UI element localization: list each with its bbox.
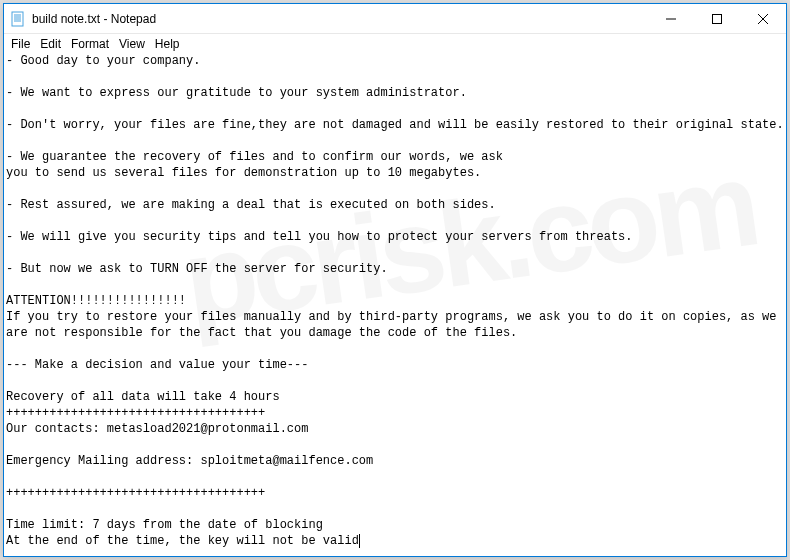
titlebar: build note.txt - Notepad [4,4,786,34]
menu-edit[interactable]: Edit [35,36,66,52]
notepad-window: build note.txt - Notepad File Edit Forma… [3,3,787,557]
text-caret [359,534,360,548]
menubar: File Edit Format View Help [4,34,786,53]
window-title: build note.txt - Notepad [32,12,156,26]
maximize-button[interactable] [694,4,740,34]
notepad-icon [10,11,26,27]
menu-help[interactable]: Help [150,36,185,52]
minimize-button[interactable] [648,4,694,34]
text-editor[interactable]: - Good day to your company. - We want to… [4,53,786,556]
menu-file[interactable]: File [6,36,35,52]
menu-format[interactable]: Format [66,36,114,52]
close-button[interactable] [740,4,786,34]
menu-view[interactable]: View [114,36,150,52]
editor-area: pcrisk.com - Good day to your company. -… [4,53,786,556]
svg-rect-6 [713,14,722,23]
editor-text: - Good day to your company. - We want to… [6,54,784,548]
